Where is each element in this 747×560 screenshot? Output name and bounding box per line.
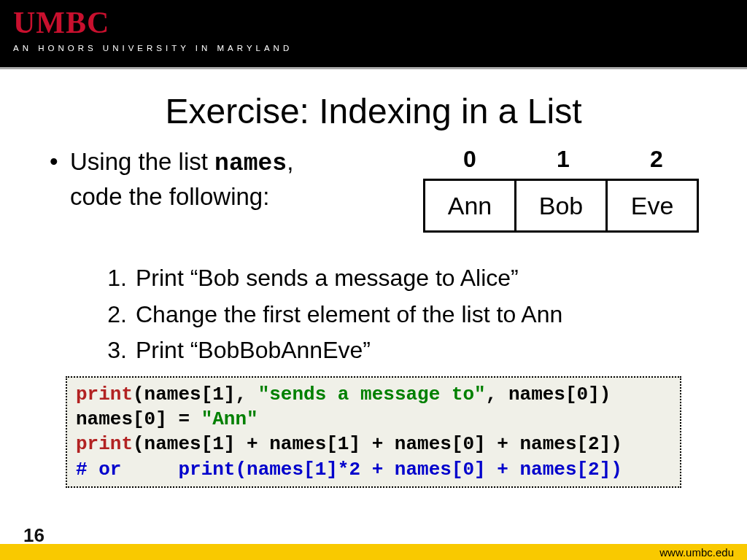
task-3-num: 3. (102, 332, 136, 369)
umbc-tagline: AN HONORS UNIVERSITY IN MARYLAND (13, 44, 734, 52)
task-2-num: 2. (102, 297, 136, 333)
array-index-1: 1 (516, 146, 610, 173)
bullet-line1-mono: names (214, 150, 287, 177)
array-cell-1: Bob (514, 179, 608, 233)
footer-url: www.umbc.edu (659, 546, 734, 559)
task-2-text: Change the first element of the list to … (136, 297, 562, 333)
task-1: 1. Print “Bob sends a message to Alice” (102, 260, 703, 297)
code-l2-a: names[0] = (76, 408, 201, 430)
task-2: 2. Change the first element of the list … (102, 297, 703, 333)
array-diagram: 0 1 2 Ann Bob Eve (423, 146, 703, 233)
slide-header: UMBC AN HONORS UNIVERSITY IN MARYLAND (0, 0, 747, 69)
array-cell-2: Eve (605, 179, 699, 233)
task-3-text: Print “BobBobAnnEve” (136, 332, 371, 369)
code-l1-str: "sends a message to" (258, 384, 486, 405)
code-l4-comment: # or print(names[1]*2 + names[0] + names… (76, 459, 622, 481)
bullet-line1-post: , (287, 148, 293, 175)
slide-content: Exercise: Indexing in a List Using the l… (0, 69, 747, 488)
task-1-num: 1. (102, 260, 136, 297)
code-l2-str: "Ann" (201, 408, 258, 430)
code-l1-b: (names[1], (133, 384, 258, 405)
task-1-text: Print “Bob sends a message to Alice” (136, 260, 519, 297)
bullet-line2: code the following: (70, 181, 409, 214)
array-index-2: 2 (610, 146, 703, 173)
task-3: 3. Print “BobBobAnnEve” (102, 332, 703, 369)
slide-title: Exercise: Indexing in a List (44, 91, 703, 131)
code-l3-b: (names[1] + names[1] + names[0] + names[… (133, 433, 622, 455)
code-l3-print: print (76, 433, 133, 455)
code-l1-d: , names[0]) (486, 384, 611, 405)
array-index-0: 0 (423, 146, 516, 173)
footer-bar: www.umbc.edu (0, 544, 747, 560)
code-l1-print: print (76, 384, 133, 405)
umbc-logo: UMBC (13, 7, 734, 38)
code-block: print(names[1], "sends a message to", na… (66, 376, 681, 488)
bullet-line1-pre: Using the list (70, 148, 214, 175)
bullet-text: Using the list names, code the following… (44, 146, 409, 213)
task-list: 1. Print “Bob sends a message to Alice” … (44, 260, 703, 369)
array-cell-0: Ann (423, 179, 516, 233)
